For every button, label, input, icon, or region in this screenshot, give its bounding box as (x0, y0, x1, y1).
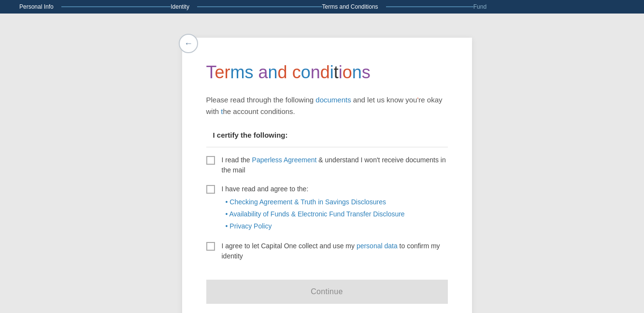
agree-text: I have read and agree to the: Checking A… (222, 184, 405, 232)
terms-card: Terms and conditions Please read through… (182, 38, 472, 313)
personal-data-checkbox[interactable] (206, 242, 215, 251)
personal-data-before: I agree to let Capital One collect and u… (222, 242, 357, 250)
personal-data-text: I agree to let Capital One collect and u… (222, 241, 448, 261)
continue-button[interactable]: Continue (206, 280, 448, 304)
divider (206, 147, 448, 147)
document-list: Checking Agreement & Truth in Savings Di… (222, 196, 405, 232)
agree-documents-item: I have read and agree to the: Checking A… (206, 184, 448, 232)
bullet-privacy: Privacy Policy (226, 220, 405, 232)
paperless-text-before: I read the (222, 156, 252, 164)
step-line-3 (386, 6, 473, 7)
back-button[interactable]: ← (179, 34, 198, 53)
step-fund-label: Fund (473, 3, 487, 10)
main-content: ← Terms and conditions Please read throu… (0, 14, 644, 313)
step-identity: Identity (171, 3, 322, 10)
checking-agreement-link[interactable]: Checking Agreement & Truth in Savings Di… (229, 198, 386, 206)
agree-checkbox[interactable] (206, 185, 215, 194)
progress-bar: Personal Info Identity Terms and Conditi… (0, 0, 644, 14)
page-title: Terms and conditions (206, 62, 448, 83)
step-fund: Fund (473, 3, 625, 10)
step-line-2 (197, 6, 322, 7)
step-personal-info-label: Personal Info (19, 3, 54, 10)
availability-funds-link[interactable]: Availability of Funds & Electronic Fund … (229, 210, 405, 218)
step-identity-label: Identity (171, 3, 189, 10)
step-terms-label: Terms and Conditions (322, 3, 378, 10)
paperless-text: I read the Paperless Agreement & underst… (222, 155, 448, 175)
back-icon: ← (184, 39, 193, 49)
step-terms: Terms and Conditions (322, 3, 473, 10)
bullet-checking: Checking Agreement & Truth in Savings Di… (226, 196, 405, 208)
page-subtitle: Please read through the following docume… (206, 94, 448, 117)
paperless-checkbox[interactable] (206, 156, 215, 165)
step-personal-info: Personal Info (19, 3, 171, 10)
personal-data-item: I agree to let Capital One collect and u… (206, 241, 448, 261)
paperless-agreement-item: I read the Paperless Agreement & underst… (206, 155, 448, 175)
step-line-1 (61, 6, 171, 7)
agree-text-label: I have read and agree to the: (222, 185, 309, 193)
paperless-link[interactable]: Paperless Agreement (252, 156, 317, 164)
personal-data-link[interactable]: personal data (357, 242, 398, 250)
privacy-policy-link[interactable]: Privacy Policy (229, 222, 272, 230)
certify-row: I certify the following: (206, 131, 448, 139)
bullet-availability: Availability of Funds & Electronic Fund … (226, 208, 405, 220)
certify-label: I certify the following: (213, 131, 288, 139)
